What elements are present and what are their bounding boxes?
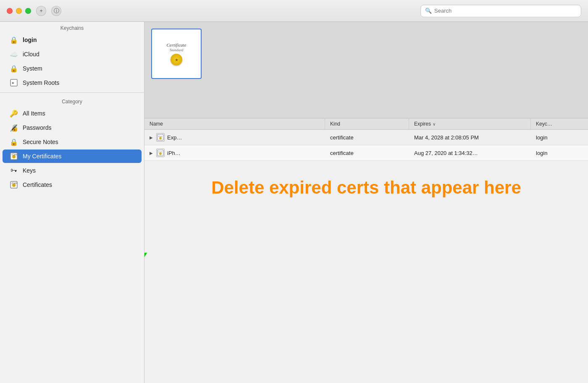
search-icon: 🔍 (425, 8, 432, 14)
cell-keychain: login (531, 131, 588, 144)
column-kind[interactable]: Kind (325, 118, 409, 129)
sidebar-item-my-certificates[interactable]: Cert My Certificates (3, 150, 142, 163)
cell-keychain: login (531, 147, 588, 160)
cell-kind: certificate (325, 147, 409, 160)
row-expander-icon[interactable]: ▶ (150, 151, 153, 155)
cert-thumbnail-title: Certificate (166, 42, 186, 48)
row-cert-icon: Cert (156, 149, 165, 157)
cloud-icon: ☁️ (9, 50, 18, 59)
sidebar-item-label: Keys (23, 167, 36, 174)
traffic-lights (7, 8, 31, 14)
sort-arrow-icon: ∨ (433, 122, 436, 126)
svg-text:Cert: Cert (12, 181, 18, 185)
minimize-button[interactable] (16, 8, 22, 14)
info-button[interactable]: ⓘ (51, 6, 61, 16)
cell-name: ▶ Cert iPh… (144, 145, 325, 160)
column-expires[interactable]: Expires ∨ (409, 118, 531, 129)
sidebar-item-label: System (23, 65, 42, 72)
sidebar-item-certificates[interactable]: Cert Certificates (3, 178, 142, 192)
lock-icon: 🔒 (9, 64, 18, 73)
cell-kind: certificate (325, 131, 409, 144)
sidebar-item-system-roots[interactable]: ✦ System Roots (3, 76, 142, 89)
sidebar-item-label: Passwords (23, 124, 51, 131)
lock-icon: 🔒 (9, 35, 18, 45)
column-name[interactable]: Name (144, 118, 325, 129)
empty-space (144, 215, 588, 299)
sidebar-item-secure-notes[interactable]: 🔒 Secure Notes (3, 135, 142, 149)
secure-note-icon: 🔒 (9, 137, 18, 147)
sidebar-item-login[interactable]: 🔒 login (3, 33, 142, 47)
sidebar-item-keys[interactable]: 🗝 Keys (3, 164, 142, 177)
annotation-area: Delete expired certs that appear here (144, 161, 588, 215)
close-button[interactable] (7, 8, 13, 14)
cert-preview: Certificate Standard (144, 22, 588, 118)
column-expires-label: Expires (414, 121, 431, 127)
password-icon: 🔏 (9, 123, 18, 132)
search-input[interactable] (434, 8, 577, 14)
cell-name-text: Exp… (167, 134, 182, 141)
sidebar-item-label: Certificates (23, 181, 52, 188)
row-expander-icon[interactable]: ▶ (150, 135, 153, 140)
cell-expires: Mar 4, 2028 at 2:08:05 PM (409, 131, 531, 144)
search-bar[interactable]: 🔍 (420, 5, 581, 17)
sidebar-divider (0, 92, 144, 93)
svg-text:Cert: Cert (158, 151, 163, 153)
sidebar-item-label: All Items (23, 110, 45, 117)
table-header: Name Kind Expires ∨ Keyc… (144, 118, 588, 130)
category-header: Category (0, 95, 144, 106)
cell-expires: Aug 27, 2020 at 1:34:32… (409, 147, 531, 160)
column-kind-label: Kind (330, 121, 340, 127)
sidebar-item-label: System Roots (23, 79, 59, 86)
table-row[interactable]: ▶ Cert iPh… certificate Aug 27, 2020 at … (144, 145, 588, 161)
content-area: Certificate Standard Name Kind Expires (144, 22, 588, 383)
cell-name: ▶ Cert Exp… (144, 130, 325, 145)
my-cert-icon: Cert (9, 152, 18, 161)
sidebar-item-label: Secure Notes (23, 139, 58, 145)
column-name-label: Name (150, 121, 163, 127)
maximize-button[interactable] (25, 8, 31, 14)
svg-text:Cert: Cert (158, 135, 163, 137)
sidebar: Keychains 🔒 login ☁️ iCloud 🔒 System ✦ S… (0, 22, 144, 383)
titlebar: + ⓘ 🔍 (0, 0, 588, 22)
sidebar-item-label: iCloud (23, 51, 39, 58)
key-icon: 🗝 (9, 166, 18, 175)
sidebar-item-icloud[interactable]: ☁️ iCloud (3, 47, 142, 61)
main-content: Keychains 🔒 login ☁️ iCloud 🔒 System ✦ S… (0, 22, 588, 383)
add-button[interactable]: + (36, 6, 46, 16)
cell-name-text: iPh… (167, 150, 181, 156)
annotation-text: Delete expired certs that appear here (211, 178, 521, 198)
cert-thumbnail-subtitle: Standard (170, 48, 184, 52)
column-keychain-label: Keyc… (536, 121, 552, 127)
cert-icon: ✦ (9, 78, 18, 87)
svg-text:✦: ✦ (11, 81, 15, 85)
row-cert-icon: Cert (156, 133, 165, 142)
svg-text:Cert: Cert (12, 153, 18, 156)
table-row[interactable]: ▶ Cert Exp… certificate Mar 4, 2028 at 2… (144, 130, 588, 145)
cert-seal (171, 54, 182, 66)
sidebar-item-system[interactable]: 🔒 System (3, 62, 142, 75)
sidebar-item-label: My Certificates (23, 153, 62, 160)
table-area: Name Kind Expires ∨ Keyc… ▶ (144, 118, 588, 383)
keychains-header: Keychains (0, 22, 144, 33)
column-keychain[interactable]: Keyc… (531, 118, 588, 129)
certificates-icon: Cert (9, 180, 18, 189)
cert-thumbnail[interactable]: Certificate Standard (151, 29, 202, 79)
sidebar-item-label: login (23, 37, 37, 43)
keys-icon: 🔑 (9, 109, 18, 118)
sidebar-item-passwords[interactable]: 🔏 Passwords (3, 121, 142, 134)
sidebar-item-all-items[interactable]: 🔑 All Items (3, 107, 142, 120)
